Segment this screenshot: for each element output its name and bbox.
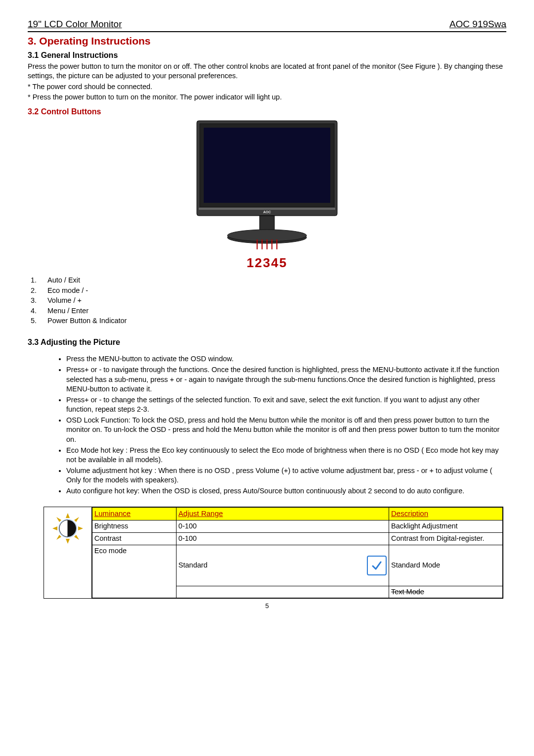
cell-range-empty [176, 586, 389, 598]
svg-text:AOC: AOC [263, 210, 271, 214]
subsection-3-3-title: 3.3 Adjusting the Picture [28, 337, 506, 348]
monitor-icon: AOC [193, 119, 341, 252]
list-item: Eco Mode hot key : Press the Eco key con… [66, 446, 506, 465]
table-row: Brightness 0-100 Backlight Adjustment [92, 520, 502, 532]
cell-name: Eco mode [92, 545, 176, 598]
svg-rect-2 [204, 128, 330, 203]
th-adjust-range: Adjust Range [176, 508, 389, 520]
list-item: OSD Lock Function: To lock the OSD, pres… [66, 416, 506, 445]
header-left: 19" LCD Color Monitor [28, 18, 122, 31]
s31-bullet2: * Press the power button to turn on the … [28, 93, 506, 102]
cell-name: Contrast [92, 532, 176, 545]
svg-marker-18 [74, 517, 79, 522]
cell-desc: Backlight Adjustment [389, 520, 503, 532]
list-item: Eco mode / - [39, 286, 506, 296]
svg-rect-3 [199, 208, 335, 210]
cell-name: Brightness [92, 520, 176, 532]
section-title: 3. Operating Instructions [28, 34, 506, 48]
checkmark-icon [367, 556, 387, 575]
cell-range: 0-100 [176, 532, 389, 545]
control-button-list: Auto / Exit Eco mode / - Volume / + Menu… [28, 276, 506, 326]
page-header: 19" LCD Color Monitor AOC 919Swa [28, 18, 506, 32]
list-item: Auto / Exit [39, 276, 506, 285]
cell-desc: Standard Mode [389, 545, 503, 586]
brightness-contrast-icon [50, 511, 85, 546]
svg-marker-17 [56, 517, 61, 522]
svg-marker-14 [66, 539, 70, 544]
cell-range: 0-100 [176, 520, 389, 532]
s31-para1: Press the power button to turn the monit… [28, 62, 506, 81]
monitor-figure: AOC 12345 [28, 119, 506, 272]
luminance-table-block: Luminance Adjust Range Description Brigh… [44, 507, 503, 599]
svg-marker-20 [74, 535, 79, 540]
svg-marker-16 [78, 526, 83, 530]
s31-bullet1: * The power cord should be connected. [28, 82, 506, 92]
svg-marker-19 [56, 535, 61, 540]
header-right: AOC 919Swa [449, 18, 506, 31]
svg-marker-13 [66, 513, 70, 518]
luminance-table: Luminance Adjust Range Description Brigh… [92, 507, 503, 598]
table-row: Eco mode Standard Standard Mode [92, 545, 502, 586]
list-item: Menu / Enter [39, 306, 506, 316]
list-item: Power Button & Indicator [39, 316, 506, 326]
list-item: Auto configure hot key: When the OSD is … [66, 486, 506, 496]
th-description: Description [389, 508, 503, 520]
subsection-3-2-title: 3.2 Control Buttons [28, 106, 506, 117]
luminance-icon-cell [44, 507, 92, 598]
table-row: Contrast 0-100 Contrast from Digital-reg… [92, 532, 502, 545]
cell-desc-truncated: Text Mode [389, 586, 503, 598]
list-item: Press the MENU-button to activate the OS… [66, 354, 506, 364]
page-number: 5 [28, 602, 506, 611]
eco-range-label: Standard [178, 561, 208, 570]
list-item: Volume adjustment hot key : When there i… [66, 466, 506, 485]
table-header-row: Luminance Adjust Range Description [92, 508, 502, 520]
svg-marker-15 [52, 526, 57, 530]
th-luminance: Luminance [92, 508, 176, 520]
button-digits: 12345 [28, 254, 506, 272]
list-item: Press+ or - to change the settings of th… [66, 395, 506, 415]
cell-range: Standard [176, 545, 389, 586]
adjusting-picture-list: Press the MENU-button to activate the OS… [28, 354, 506, 496]
list-item: Volume / + [39, 296, 506, 306]
cell-desc: Contrast from Digital-register. [389, 532, 503, 545]
list-item: Press+ or - to navigate through the func… [66, 365, 506, 394]
subsection-3-1-title: 3.1 General Instructions [28, 50, 506, 61]
